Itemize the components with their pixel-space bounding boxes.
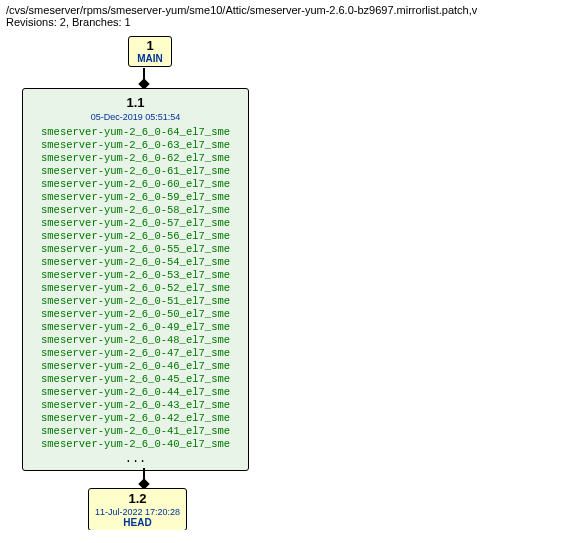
- tag-item: smeserver-yum-2_6_0-44_el7_sme: [41, 386, 230, 399]
- revision-label: HEAD: [95, 517, 180, 528]
- node-revision-1-2: 1.2 11-Jul-2022 17:20:28 HEAD: [88, 488, 187, 530]
- tag-ellipsis: ...: [41, 453, 230, 466]
- tag-item: smeserver-yum-2_6_0-58_el7_sme: [41, 204, 230, 217]
- tag-item: smeserver-yum-2_6_0-59_el7_sme: [41, 191, 230, 204]
- tag-item: smeserver-yum-2_6_0-42_el7_sme: [41, 412, 230, 425]
- tag-item: smeserver-yum-2_6_0-64_el7_sme: [41, 126, 230, 139]
- node-revision-1-1: 1.1 05-Dec-2019 05:51:54 smeserver-yum-2…: [22, 88, 249, 471]
- branch-number: 1: [137, 39, 163, 53]
- tag-item: smeserver-yum-2_6_0-54_el7_sme: [41, 256, 230, 269]
- revision-title: 1.2: [95, 491, 180, 506]
- tag-item: smeserver-yum-2_6_0-63_el7_sme: [41, 139, 230, 152]
- revision-date: 11-Jul-2022 17:20:28: [95, 507, 180, 517]
- tag-item: smeserver-yum-2_6_0-55_el7_sme: [41, 243, 230, 256]
- tag-item: smeserver-yum-2_6_0-61_el7_sme: [41, 165, 230, 178]
- file-path: /cvs/smeserver/rpms/smeserver-yum/sme10/…: [6, 4, 560, 16]
- tag-item: smeserver-yum-2_6_0-49_el7_sme: [41, 321, 230, 334]
- tag-item: smeserver-yum-2_6_0-53_el7_sme: [41, 269, 230, 282]
- tag-item: smeserver-yum-2_6_0-57_el7_sme: [41, 217, 230, 230]
- tag-item: smeserver-yum-2_6_0-45_el7_sme: [41, 373, 230, 386]
- branch-label: MAIN: [137, 53, 163, 64]
- revision-title: 1.1: [41, 95, 230, 110]
- tag-list: smeserver-yum-2_6_0-64_el7_smesmeserver-…: [41, 126, 230, 466]
- tag-item: smeserver-yum-2_6_0-43_el7_sme: [41, 399, 230, 412]
- revisions-meta: Revisions: 2, Branches: 1: [6, 16, 560, 28]
- tag-item: smeserver-yum-2_6_0-50_el7_sme: [41, 308, 230, 321]
- header: /cvs/smeserver/rpms/smeserver-yum/sme10/…: [0, 0, 566, 30]
- diagram: 1 MAIN 1.1 05-Dec-2019 05:51:54 smeserve…: [0, 30, 566, 530]
- tag-item: smeserver-yum-2_6_0-47_el7_sme: [41, 347, 230, 360]
- tag-item: smeserver-yum-2_6_0-51_el7_sme: [41, 295, 230, 308]
- node-main-branch: 1 MAIN: [128, 36, 172, 67]
- tag-item: smeserver-yum-2_6_0-41_el7_sme: [41, 425, 230, 438]
- tag-item: smeserver-yum-2_6_0-46_el7_sme: [41, 360, 230, 373]
- tag-item: smeserver-yum-2_6_0-62_el7_sme: [41, 152, 230, 165]
- tag-item: smeserver-yum-2_6_0-56_el7_sme: [41, 230, 230, 243]
- tag-item: smeserver-yum-2_6_0-60_el7_sme: [41, 178, 230, 191]
- tag-item: smeserver-yum-2_6_0-52_el7_sme: [41, 282, 230, 295]
- revision-date: 05-Dec-2019 05:51:54: [41, 112, 230, 122]
- tag-item: smeserver-yum-2_6_0-40_el7_sme: [41, 438, 230, 451]
- tag-item: smeserver-yum-2_6_0-48_el7_sme: [41, 334, 230, 347]
